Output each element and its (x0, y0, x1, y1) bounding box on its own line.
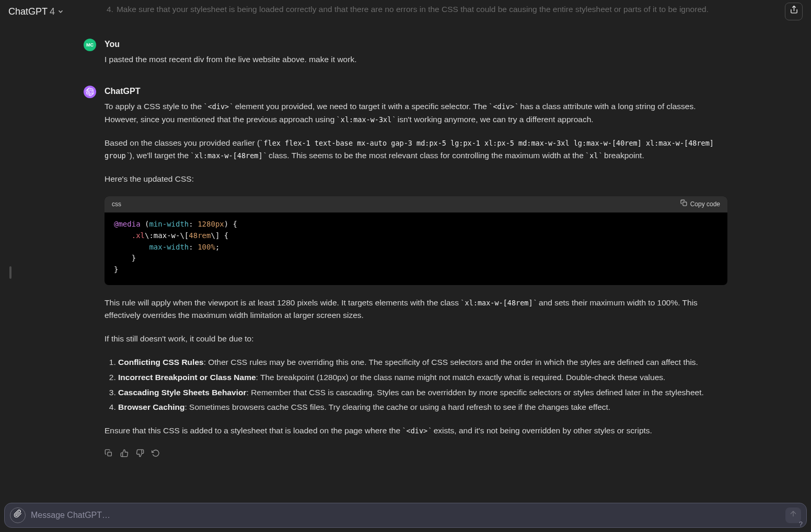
copy-response-icon[interactable] (103, 448, 114, 458)
sidebar-collapse-handle[interactable] (9, 266, 11, 279)
reason-title: Conflicting CSS Rules (118, 358, 204, 367)
code-content: @media (min-width: 1280px) { .xl\:max-w-… (105, 212, 727, 285)
top-bar: ChatGPT 4 (0, 0, 811, 23)
chevron-down-icon (57, 8, 64, 15)
user-message: MC You I pasted the most recent div from… (84, 38, 727, 66)
paperclip-icon (14, 509, 22, 522)
inline-code: <div> (492, 102, 515, 111)
text-fragment: ), we'll target the (130, 151, 191, 160)
inline-code: <div> (406, 427, 429, 435)
list-item: Incorrect Breakpoint or Class Name: The … (118, 371, 727, 384)
reason-title: Cascading Style Sheets Behavior (118, 388, 247, 397)
list-item: Browser Caching: Sometimes browsers cach… (118, 401, 727, 414)
regenerate-icon[interactable] (150, 448, 161, 458)
code-lang-label: css (112, 199, 121, 209)
copy-code-button[interactable]: Copy code (680, 199, 720, 209)
model-name: ChatGPT (8, 4, 48, 19)
clipboard-icon (680, 199, 687, 209)
text-fragment: If this still doesn't work, it could be … (105, 333, 727, 346)
model-version: 4 (50, 4, 55, 19)
reason-text: : Sometimes browsers cache CSS files. Tr… (184, 403, 610, 411)
reason-text: : Remember that CSS is cascading. Styles… (247, 388, 704, 397)
assistant-name-label: ChatGPT (105, 85, 727, 98)
assistant-message: ChatGPT To apply a CSS style to the `<di… (84, 85, 727, 458)
model-selector[interactable]: ChatGPT 4 (8, 4, 64, 19)
inline-code: xl:max-w-3xl (340, 115, 393, 124)
thumbs-up-icon[interactable] (119, 448, 130, 458)
message-input[interactable] (31, 511, 780, 520)
text-fragment: This rule will apply when the viewport i… (105, 298, 461, 307)
text-fragment: breakpoint. (602, 151, 644, 160)
copy-code-label: Copy code (690, 199, 720, 209)
assistant-avatar (84, 86, 96, 98)
text-fragment: isn't working anymore, we can try a diff… (396, 115, 594, 124)
reason-text: : The breakpoint (1280px) or the class n… (256, 373, 666, 382)
text-fragment: Ensure that this CSS is added to a style… (105, 426, 402, 435)
user-name-label: You (105, 38, 727, 51)
list-item: Cascading Style Sheets Behavior: Remembe… (118, 386, 727, 399)
svg-rect-2 (108, 452, 111, 456)
text-fragment: To apply a CSS style to the (105, 102, 204, 111)
inline-code: xl (588, 151, 599, 160)
thumbs-down-icon[interactable] (135, 448, 145, 458)
message-actions (103, 448, 727, 458)
text-fragment: Based on the classes you provided earlie… (105, 138, 260, 147)
code-block-header: css Copy code (105, 196, 727, 212)
arrow-up-icon (789, 509, 797, 522)
reason-text: : Other CSS rules may be overriding this… (204, 358, 698, 367)
conversation-scroll[interactable]: 4.Make sure that your stylesheet is bein… (0, 0, 811, 505)
inline-code: xl:max-w-[48rem] (194, 151, 264, 160)
help-badge[interactable]: ? (799, 519, 803, 530)
inline-code: <div> (207, 102, 230, 111)
user-text: I pasted the most recent div from the li… (105, 53, 727, 66)
text-fragment: class. This seems to be the most relevan… (267, 151, 586, 160)
attach-button[interactable] (10, 507, 26, 523)
list-item: Conflicting CSS Rules: Other CSS rules m… (118, 356, 727, 369)
composer (4, 503, 807, 528)
code-block: css Copy code @media (min-width: 1280px)… (105, 196, 727, 285)
reasons-list: Conflicting CSS Rules: Other CSS rules m… (105, 356, 727, 414)
reason-title: Incorrect Breakpoint or Class Name (118, 373, 256, 382)
text-fragment: element you provided, we need to target … (233, 102, 489, 111)
share-icon (790, 5, 798, 18)
inline-code: xl:max-w-[48rem] (464, 299, 534, 307)
assistant-text: To apply a CSS style to the `<div>` elem… (105, 100, 727, 458)
share-button[interactable] (785, 3, 803, 20)
text-fragment: exists, and it's not being overridden by… (431, 426, 652, 435)
reason-title: Browser Caching (118, 403, 184, 411)
svg-rect-1 (683, 202, 687, 206)
text-fragment: Here's the updated CSS: (105, 173, 727, 186)
user-avatar: MC (84, 39, 96, 51)
